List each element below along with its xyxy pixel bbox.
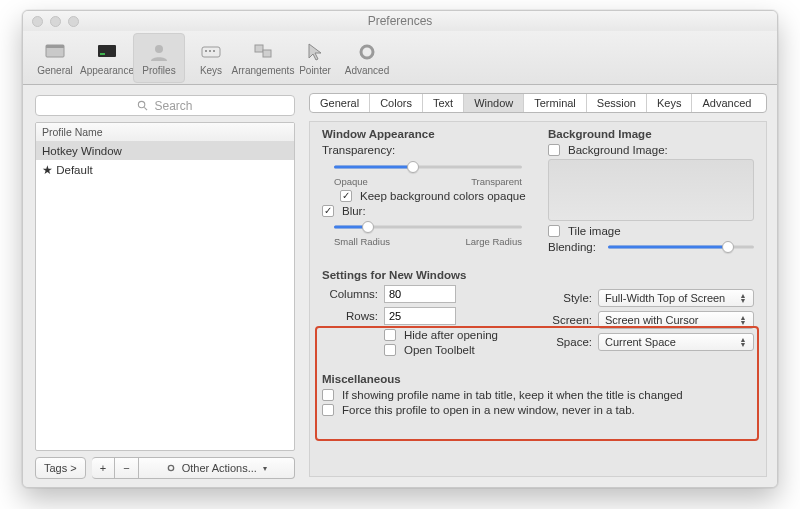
- tab-colors[interactable]: Colors: [370, 94, 423, 112]
- open-toolbelt-label: Open Toolbelt: [404, 344, 475, 356]
- other-actions-menu[interactable]: Other Actions... ▾: [139, 457, 295, 479]
- section-title-window-appearance: Window Appearance: [322, 128, 528, 140]
- svg-rect-6: [205, 50, 207, 52]
- keep-bg-opaque-checkbox[interactable]: [340, 190, 352, 202]
- rows-label: Rows:: [322, 310, 378, 322]
- chevron-down-icon: ▾: [263, 464, 267, 473]
- svg-rect-3: [100, 53, 105, 55]
- style-label: Style:: [548, 292, 592, 304]
- large-radius-label: Large Radius: [465, 236, 522, 247]
- section-title-background-image: Background Image: [548, 128, 754, 140]
- toolbar-label: Arrangements: [232, 65, 295, 76]
- opaque-label: Opaque: [334, 176, 368, 187]
- tab-general[interactable]: General: [310, 94, 370, 112]
- svg-point-13: [139, 101, 145, 107]
- hide-after-opening-checkbox[interactable]: [384, 329, 396, 341]
- screen-label: Screen:: [548, 314, 592, 326]
- transparency-label: Transparency:: [322, 144, 528, 156]
- screen-select[interactable]: Screen with Cursor ▲▼: [598, 311, 754, 329]
- toolbar-label: Pointer: [299, 65, 331, 76]
- columns-input[interactable]: [384, 285, 456, 303]
- toolbar-item-advanced[interactable]: Advanced: [341, 33, 393, 83]
- space-label: Space:: [548, 336, 592, 348]
- blending-slider[interactable]: [608, 240, 754, 254]
- space-select[interactable]: Current Space ▲▼: [598, 333, 754, 351]
- svg-rect-8: [213, 50, 215, 52]
- tab-session[interactable]: Session: [587, 94, 647, 112]
- blur-checkbox[interactable]: [322, 205, 334, 217]
- toolbar-item-appearance[interactable]: Appearance: [81, 33, 133, 83]
- updown-icon: ▲▼: [737, 315, 749, 325]
- transparent-label: Transparent: [471, 176, 522, 187]
- tab-keys[interactable]: Keys: [647, 94, 692, 112]
- force-new-window-label: Force this profile to open in a new wind…: [342, 404, 635, 416]
- updown-icon: ▲▼: [737, 293, 749, 303]
- background-image-well[interactable]: [548, 159, 754, 221]
- blur-slider[interactable]: [334, 220, 522, 234]
- profiles-icon: [148, 41, 170, 63]
- space-value: Current Space: [605, 336, 676, 348]
- keep-bg-opaque-label: Keep background colors opaque: [360, 190, 526, 202]
- background-image-label: Background Image:: [568, 144, 668, 156]
- toolbar-item-profiles[interactable]: Profiles: [133, 33, 185, 83]
- open-toolbelt-checkbox[interactable]: [384, 344, 396, 356]
- keep-profile-name-checkbox[interactable]: [322, 389, 334, 401]
- tab-window[interactable]: Window: [464, 94, 524, 112]
- misc-section: Miscellaneous If showing profile name in…: [322, 373, 754, 416]
- screen-value: Screen with Cursor: [605, 314, 699, 326]
- updown-icon: ▲▼: [737, 337, 749, 347]
- svg-rect-1: [46, 45, 64, 48]
- profile-list: Profile Name Hotkey Window ★ Default: [35, 122, 295, 451]
- remove-profile-button[interactable]: −: [115, 457, 138, 479]
- general-icon: [44, 41, 66, 63]
- transparency-slider[interactable]: [334, 160, 522, 174]
- arrangements-icon: [252, 41, 274, 63]
- main-panel: General Colors Text Window Terminal Sess…: [303, 85, 777, 487]
- new-windows-section: Settings for New Windows Columns: Rows: …: [322, 269, 754, 359]
- section-title-new-windows: Settings for New Windows: [322, 269, 528, 281]
- svg-point-12: [365, 49, 369, 53]
- svg-point-4: [155, 45, 163, 53]
- profile-row-default[interactable]: ★ Default: [36, 160, 294, 180]
- toolbar-item-arrangements[interactable]: Arrangements: [237, 33, 289, 83]
- tab-terminal[interactable]: Terminal: [524, 94, 587, 112]
- toolbar-label: Keys: [200, 65, 222, 76]
- force-new-window-checkbox[interactable]: [322, 404, 334, 416]
- search-icon: [137, 100, 148, 111]
- other-actions-label: Other Actions...: [182, 462, 257, 474]
- svg-rect-10: [263, 50, 271, 57]
- style-select[interactable]: Full-Width Top of Screen ▲▼: [598, 289, 754, 307]
- tab-text[interactable]: Text: [423, 94, 464, 112]
- toolbar-label: Profiles: [142, 65, 175, 76]
- profile-row-hotkey-window[interactable]: Hotkey Window: [36, 142, 294, 160]
- svg-rect-7: [209, 50, 211, 52]
- tile-image-checkbox[interactable]: [548, 225, 560, 237]
- window-tab-panel: Window Appearance Transparency: Opaque T…: [309, 121, 767, 477]
- toolbar-label: Advanced: [345, 65, 389, 76]
- sidebar-actions: Tags > + − Other Actions... ▾: [35, 457, 295, 479]
- background-image-section: Background Image Background Image: Tile …: [548, 128, 754, 257]
- gear-small-icon: [166, 464, 176, 472]
- search-input[interactable]: Search: [35, 95, 295, 116]
- pointer-icon: [304, 41, 326, 63]
- add-profile-button[interactable]: +: [92, 457, 115, 479]
- toolbar-item-keys[interactable]: Keys: [185, 33, 237, 83]
- tags-button[interactable]: Tags >: [35, 457, 86, 479]
- svg-line-14: [145, 107, 148, 110]
- profile-list-header: Profile Name: [36, 123, 294, 142]
- toolbar-item-pointer[interactable]: Pointer: [289, 33, 341, 83]
- titlebar: Preferences: [23, 11, 777, 31]
- svg-rect-2: [98, 45, 116, 57]
- search-placeholder: Search: [154, 99, 192, 113]
- blur-label: Blur:: [342, 205, 366, 217]
- toolbar-label: Appearance: [80, 65, 134, 76]
- appearance-icon: [96, 41, 118, 63]
- profiles-sidebar: Search Profile Name Hotkey Window ★ Defa…: [23, 85, 303, 487]
- toolbar-item-general[interactable]: General: [29, 33, 81, 83]
- window-appearance-section: Window Appearance Transparency: Opaque T…: [322, 128, 528, 257]
- tab-advanced[interactable]: Advanced: [692, 94, 761, 112]
- columns-label: Columns:: [322, 288, 378, 300]
- background-image-checkbox[interactable]: [548, 144, 560, 156]
- content-area: Search Profile Name Hotkey Window ★ Defa…: [23, 85, 777, 487]
- rows-input[interactable]: [384, 307, 456, 325]
